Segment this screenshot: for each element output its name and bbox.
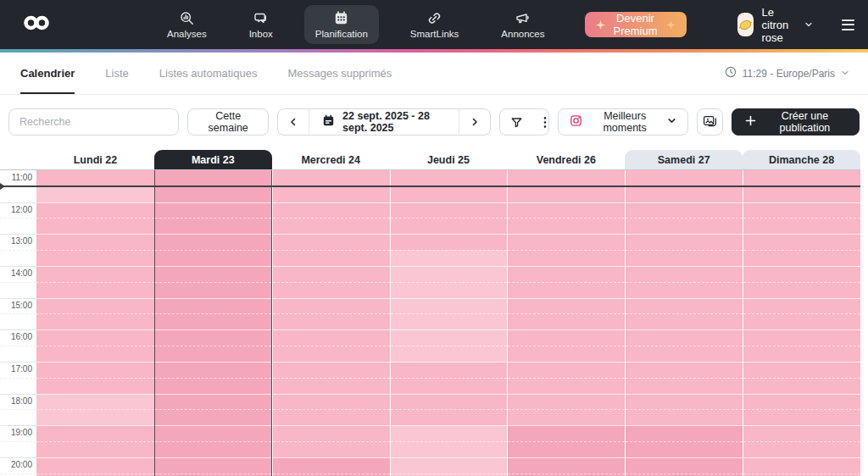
calendar-cell[interactable] xyxy=(626,346,743,362)
calendar-cell[interactable] xyxy=(743,170,860,186)
calendar-cell[interactable] xyxy=(626,378,743,394)
filter-button[interactable] xyxy=(500,109,533,135)
calendar-cell[interactable] xyxy=(508,329,625,346)
calendar-cell[interactable] xyxy=(508,234,625,250)
tab-listes-automatiques[interactable]: Listes automatiques xyxy=(159,53,258,94)
calendar-cell[interactable] xyxy=(626,250,743,266)
calendar-cell[interactable] xyxy=(626,266,743,282)
calendar-cell[interactable] xyxy=(743,346,860,362)
more-options-button[interactable] xyxy=(533,109,550,135)
calendar-cell[interactable] xyxy=(273,250,390,266)
calendar-cell[interactable] xyxy=(36,457,154,473)
calendar-cell[interactable] xyxy=(743,409,860,425)
calendar-cell[interactable] xyxy=(273,218,390,234)
calendar-cell[interactable] xyxy=(273,170,390,186)
calendar-cell[interactable] xyxy=(508,346,625,362)
calendar-cell[interactable] xyxy=(743,329,860,346)
calendar-cell[interactable] xyxy=(391,234,508,250)
calendar-cell[interactable] xyxy=(743,218,860,234)
timezone-selector[interactable]: 11:29 - Europe/Paris xyxy=(725,53,849,94)
calendar-cell[interactable] xyxy=(273,234,390,250)
calendar-cell[interactable] xyxy=(36,282,154,298)
tab-liste[interactable]: Liste xyxy=(105,53,128,94)
calendar-cell[interactable] xyxy=(743,250,860,266)
calendar-cell[interactable] xyxy=(626,298,743,314)
calendar-cell[interactable] xyxy=(273,186,390,202)
calendar-cell[interactable] xyxy=(508,409,625,425)
day-header-0[interactable]: Lundi 22 xyxy=(36,150,154,169)
premium-button[interactable]: Devenir Premium xyxy=(585,12,687,37)
calendar-cell[interactable] xyxy=(391,409,508,425)
calendar-cell[interactable] xyxy=(155,266,271,282)
calendar-cell[interactable] xyxy=(626,425,743,441)
calendar-cell[interactable] xyxy=(36,441,154,457)
calendar-cell[interactable] xyxy=(626,313,743,329)
calendar-cell[interactable] xyxy=(508,170,625,186)
calendar-cell[interactable] xyxy=(508,218,625,234)
calendar-cell[interactable] xyxy=(273,282,390,298)
calendar-cell[interactable] xyxy=(743,266,860,282)
calendar-cell[interactable] xyxy=(273,266,390,282)
calendar-cell[interactable] xyxy=(155,329,271,346)
calendar-cell[interactable] xyxy=(155,202,271,219)
calendar-cell[interactable] xyxy=(36,170,154,186)
nav-item-analyses[interactable]: Analyses xyxy=(156,5,218,44)
tab-calendrier[interactable]: Calendrier xyxy=(20,53,75,94)
calendar-cell[interactable] xyxy=(155,346,271,362)
calendar-cell[interactable] xyxy=(743,282,860,298)
calendar-cell[interactable] xyxy=(508,186,625,202)
calendar-cell[interactable] xyxy=(273,329,390,346)
calendar-cell[interactable] xyxy=(36,186,154,202)
calendar-cell[interactable] xyxy=(391,298,508,314)
search-input[interactable] xyxy=(8,108,179,136)
calendar-cell[interactable] xyxy=(391,457,508,473)
calendar-cell[interactable] xyxy=(391,218,508,234)
calendar-cell[interactable] xyxy=(36,250,154,266)
calendar-cell[interactable] xyxy=(155,218,271,234)
calendar-cell[interactable] xyxy=(36,218,154,234)
calendar-cell[interactable] xyxy=(391,441,508,457)
day-header-1[interactable]: Mardi 23 xyxy=(154,150,272,169)
calendar-cell[interactable] xyxy=(155,186,271,202)
calendar-cell[interactable] xyxy=(36,202,154,219)
calendar-cell[interactable] xyxy=(743,298,860,314)
calendar-cell[interactable] xyxy=(391,329,508,346)
calendar-cell[interactable] xyxy=(155,298,271,314)
calendar-cell[interactable] xyxy=(743,313,860,329)
nav-item-inbox[interactable]: Inbox xyxy=(238,5,284,44)
calendar-cell[interactable] xyxy=(508,298,625,314)
calendar-cell[interactable] xyxy=(391,425,508,441)
create-publication-button[interactable]: Créer une publication xyxy=(732,108,860,136)
calendar-cell[interactable] xyxy=(743,202,860,219)
calendar-cell[interactable] xyxy=(626,394,743,410)
calendar-cell[interactable] xyxy=(155,409,271,425)
prev-week-button[interactable] xyxy=(278,109,309,135)
calendar-cell[interactable] xyxy=(155,170,271,186)
calendar-cell[interactable] xyxy=(36,425,154,441)
calendar-cell[interactable] xyxy=(743,457,860,473)
app-logo[interactable] xyxy=(22,14,51,36)
calendar-cell[interactable] xyxy=(391,362,508,378)
calendar-cell[interactable] xyxy=(508,250,625,266)
calendar-cell[interactable] xyxy=(155,362,271,378)
calendar-cell[interactable] xyxy=(273,346,390,362)
calendar-cell[interactable] xyxy=(743,394,860,410)
calendar-cell[interactable] xyxy=(273,298,390,314)
calendar-cell[interactable] xyxy=(391,186,508,202)
calendar-cell[interactable] xyxy=(391,282,508,298)
calendar-cell[interactable] xyxy=(155,282,271,298)
calendar-cell[interactable] xyxy=(626,441,743,457)
day-header-3[interactable]: Jeudi 25 xyxy=(390,150,508,169)
calendar-cell[interactable] xyxy=(508,282,625,298)
calendar-cell[interactable] xyxy=(391,250,508,266)
calendar-cell[interactable] xyxy=(36,346,154,362)
calendar-cell[interactable] xyxy=(273,313,390,329)
media-preview-button[interactable] xyxy=(697,108,723,136)
calendar-cell[interactable] xyxy=(508,313,625,329)
calendar-cell[interactable] xyxy=(155,394,271,410)
calendar-cell[interactable] xyxy=(508,425,625,441)
calendar-cell[interactable] xyxy=(626,362,743,378)
calendar-cell[interactable] xyxy=(36,378,154,394)
calendar-cell[interactable] xyxy=(391,378,508,394)
calendar-cell[interactable] xyxy=(391,346,508,362)
